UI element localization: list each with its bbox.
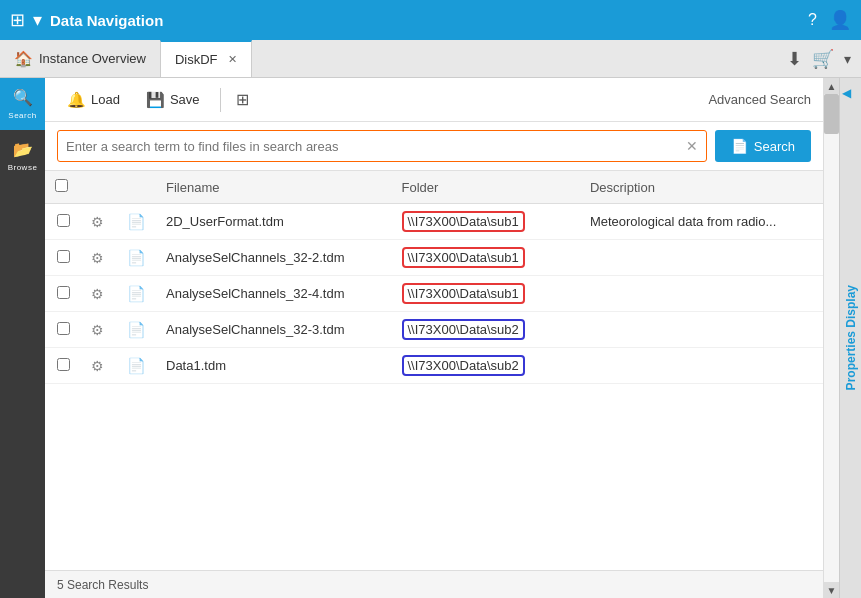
row-description-0: Meteorological data from radio... — [580, 204, 823, 240]
waffle-icon[interactable]: ⊞ — [10, 9, 25, 31]
row-filename-1: AnalyseSelChannels_32-2.tdm — [156, 240, 392, 276]
th-gear — [81, 171, 117, 204]
search-bar: ✕ 📄 Search — [45, 122, 823, 171]
gear-icon-3[interactable]: ⚙ — [91, 322, 104, 338]
search-btn-icon: 📄 — [731, 138, 748, 154]
app-title: Data Navigation — [50, 12, 800, 29]
tab-close-icon[interactable]: ✕ — [228, 53, 237, 66]
table-row: ⚙ 📄 AnalyseSelChannels_32-2.tdm \\I73X00… — [45, 240, 823, 276]
tab-diskdf-label: DiskDF — [175, 52, 218, 67]
scrollbar-up[interactable]: ▲ — [824, 78, 839, 94]
row-description-3 — [580, 312, 823, 348]
scrollbar-thumb[interactable] — [824, 94, 839, 134]
dropdown-icon[interactable]: ▾ — [33, 9, 42, 31]
browse-icon: 📂 — [13, 140, 33, 159]
row-file-icon-cell: 📄 — [117, 204, 156, 240]
row-checkbox-cell — [45, 276, 81, 312]
gear-icon-1[interactable]: ⚙ — [91, 250, 104, 266]
tab-bar-actions: ⬇ 🛒 ▾ — [777, 40, 861, 77]
cart-icon[interactable]: 🛒 — [812, 48, 834, 70]
top-bar: ⊞ ▾ Data Navigation ? 👤 — [0, 0, 861, 40]
save-button[interactable]: 💾 Save — [136, 86, 210, 114]
results-count: 5 Search Results — [57, 578, 148, 592]
row-gear-cell: ⚙ — [81, 276, 117, 312]
grid-view-button[interactable]: ⊞ — [231, 85, 254, 114]
gear-icon-4[interactable]: ⚙ — [91, 358, 104, 374]
advanced-search-link[interactable]: Advanced Search — [708, 92, 811, 107]
properties-panel[interactable]: ◀ Properties Display — [839, 78, 861, 598]
gear-icon-0[interactable]: ⚙ — [91, 214, 104, 230]
row-filename-3: AnalyseSelChannels_32-3.tdm — [156, 312, 392, 348]
row-checkbox-cell — [45, 204, 81, 240]
select-all-checkbox[interactable] — [55, 179, 68, 192]
file-icon-4: 📄 — [127, 357, 146, 374]
user-icon[interactable]: 👤 — [829, 9, 851, 31]
row-file-icon-cell: 📄 — [117, 312, 156, 348]
scrollbar[interactable]: ▲ ▼ — [823, 78, 839, 598]
table-container: Filename Folder Description ⚙ 📄 2D_UserF… — [45, 171, 823, 570]
file-icon-2: 📄 — [127, 285, 146, 302]
row-description-4 — [580, 348, 823, 384]
search-button[interactable]: 📄 Search — [715, 130, 811, 162]
row-file-icon-cell: 📄 — [117, 348, 156, 384]
tab-bar: 🏠 Instance Overview DiskDF ✕ ⬇ 🛒 ▾ — [0, 40, 861, 78]
search-input[interactable] — [66, 139, 686, 154]
scrollbar-down[interactable]: ▼ — [824, 582, 839, 598]
search-input-wrap: ✕ — [57, 130, 707, 162]
status-bar: 5 Search Results — [45, 570, 823, 598]
toolbar-separator — [220, 88, 221, 112]
sidebar-item-browse[interactable]: 📂 Browse — [0, 130, 45, 182]
top-bar-actions: ? 👤 — [808, 9, 851, 31]
row-checkbox-0[interactable] — [57, 214, 70, 227]
row-description-1 — [580, 240, 823, 276]
row-filename-2: AnalyseSelChannels_32-4.tdm — [156, 276, 392, 312]
save-icon: 💾 — [146, 91, 165, 109]
sidebar-browse-label: Browse — [8, 163, 38, 172]
properties-arrow-icon: ◀ — [842, 86, 851, 100]
menu-dropdown-icon[interactable]: ▾ — [844, 51, 851, 67]
th-checkbox — [45, 171, 81, 204]
row-gear-cell: ⚙ — [81, 204, 117, 240]
load-button[interactable]: 🔔 Load — [57, 86, 130, 114]
main-layout: 🔍 Search 📂 Browse 🔔 Load 💾 Save ⊞ Advanc… — [0, 78, 861, 598]
tab-diskdf[interactable]: DiskDF ✕ — [160, 40, 252, 77]
row-filename-4: Data1.tdm — [156, 348, 392, 384]
file-icon-3: 📄 — [127, 321, 146, 338]
toolbar: 🔔 Load 💾 Save ⊞ Advanced Search — [45, 78, 823, 122]
row-checkbox-4[interactable] — [57, 358, 70, 371]
properties-label: Properties Display — [844, 285, 858, 390]
row-checkbox-2[interactable] — [57, 286, 70, 299]
load-label: Load — [91, 92, 120, 107]
row-checkbox-1[interactable] — [57, 250, 70, 263]
sidebar: 🔍 Search 📂 Browse — [0, 78, 45, 598]
tab-spacer — [252, 40, 777, 77]
row-folder-3: \\I73X00\Data\sub2 — [392, 312, 580, 348]
row-checkbox-3[interactable] — [57, 322, 70, 335]
sidebar-search-label: Search — [8, 111, 36, 120]
tab-instance-overview[interactable]: 🏠 Instance Overview — [0, 40, 160, 77]
table-body: ⚙ 📄 2D_UserFormat.tdm \\I73X00\Data\sub1… — [45, 204, 823, 384]
th-description: Description — [580, 171, 823, 204]
row-filename-0: 2D_UserFormat.tdm — [156, 204, 392, 240]
home-icon: 🏠 — [14, 50, 33, 68]
row-folder-4: \\I73X00\Data\sub2 — [392, 348, 580, 384]
th-folder: Folder — [392, 171, 580, 204]
gear-icon-2[interactable]: ⚙ — [91, 286, 104, 302]
sidebar-item-search[interactable]: 🔍 Search — [0, 78, 45, 130]
table-row: ⚙ 📄 2D_UserFormat.tdm \\I73X00\Data\sub1… — [45, 204, 823, 240]
row-folder-1: \\I73X00\Data\sub1 — [392, 240, 580, 276]
table-row: ⚙ 📄 AnalyseSelChannels_32-4.tdm \\I73X00… — [45, 276, 823, 312]
row-folder-2: \\I73X00\Data\sub1 — [392, 276, 580, 312]
row-checkbox-cell — [45, 312, 81, 348]
row-folder-0: \\I73X00\Data\sub1 — [392, 204, 580, 240]
row-checkbox-cell — [45, 240, 81, 276]
search-clear-icon[interactable]: ✕ — [686, 138, 698, 154]
th-filename: Filename — [156, 171, 392, 204]
help-icon[interactable]: ? — [808, 11, 817, 29]
content-area: 🔔 Load 💾 Save ⊞ Advanced Search ✕ 📄 Sear… — [45, 78, 823, 598]
search-sidebar-icon: 🔍 — [13, 88, 33, 107]
download-icon[interactable]: ⬇ — [787, 48, 802, 70]
th-file-icon — [117, 171, 156, 204]
row-gear-cell: ⚙ — [81, 240, 117, 276]
row-file-icon-cell: 📄 — [117, 240, 156, 276]
